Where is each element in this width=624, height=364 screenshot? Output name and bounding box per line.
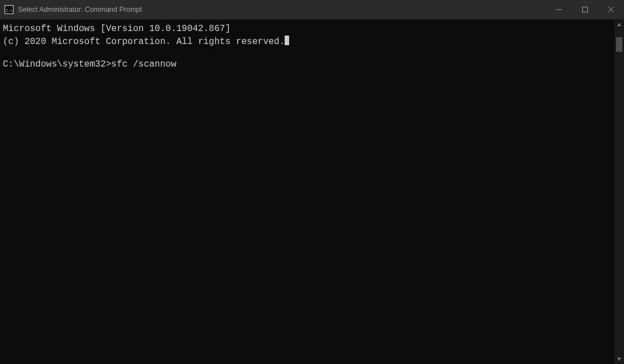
cmd-app-icon: C:\ xyxy=(5,5,14,14)
scroll-track[interactable] xyxy=(614,29,624,354)
blank-line xyxy=(3,47,612,59)
command-input[interactable]: sfc /scannow xyxy=(111,59,176,70)
vertical-scrollbar[interactable] xyxy=(614,20,624,364)
svg-rect-1 xyxy=(5,6,13,7)
content-area: Microsoft Windows [Version 10.0.19042.86… xyxy=(0,20,624,364)
minimize-button[interactable] xyxy=(546,0,572,19)
scroll-up-arrow-icon[interactable] xyxy=(614,20,624,29)
svg-text:C:\: C:\ xyxy=(6,8,13,13)
maximize-button[interactable] xyxy=(572,0,598,19)
version-line: Microsoft Windows [Version 10.0.19042.86… xyxy=(3,23,612,34)
copyright-text: (c) 2020 Microsoft Corporation. All righ… xyxy=(3,37,285,47)
svg-rect-5 xyxy=(583,7,588,12)
window-controls xyxy=(546,0,624,19)
copyright-line: (c) 2020 Microsoft Corporation. All righ… xyxy=(3,34,612,47)
terminal-output[interactable]: Microsoft Windows [Version 10.0.19042.86… xyxy=(0,20,614,364)
close-button[interactable] xyxy=(598,0,624,19)
prompt-text: C:\Windows\system32> xyxy=(3,59,111,70)
scroll-down-arrow-icon[interactable] xyxy=(614,354,624,364)
titlebar[interactable]: C:\ Select Administrator: Command Prompt xyxy=(0,0,624,20)
titlebar-left: C:\ Select Administrator: Command Prompt xyxy=(0,5,142,14)
scroll-thumb[interactable] xyxy=(616,37,622,52)
text-cursor xyxy=(285,36,289,45)
window-title: Select Administrator: Command Prompt xyxy=(18,6,142,14)
command-line: C:\Windows\system32>sfc /scannow xyxy=(3,59,612,70)
